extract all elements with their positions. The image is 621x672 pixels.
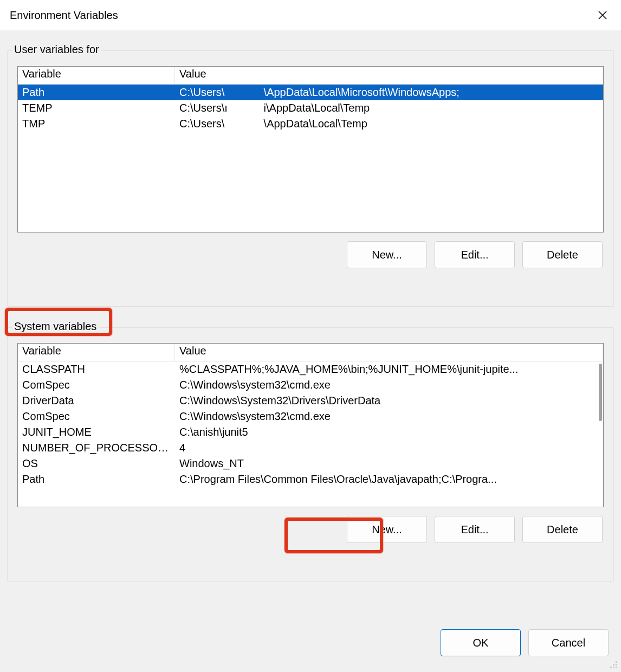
user-row-value: C:\Users\ \AppData\Local\Temp [175, 116, 603, 132]
system-row-value: C:\Windows\System32\Drivers\DriverData [175, 393, 603, 409]
system-row-variable: ComSpec [18, 409, 175, 424]
cancel-button[interactable]: Cancel [528, 629, 609, 656]
resize-grip-icon[interactable] [607, 658, 617, 668]
table-row[interactable]: NUMBER_OF_PROCESSORS4 [18, 440, 603, 456]
system-variables-list[interactable]: Variable Value CLASSPATH%CLASSPATH%;%JAV… [17, 343, 604, 507]
user-row-variable: TMP [18, 116, 175, 132]
system-row-variable: CLASSPATH [18, 361, 175, 377]
user-header-value[interactable]: Value [175, 67, 603, 85]
system-variables-group: System variables Variable Value CLASSPAT… [7, 327, 614, 581]
system-row-value: %CLASSPATH%;%JAVA_HOME%\bin;%JUNIT_HOME%… [175, 361, 603, 377]
system-header-value[interactable]: Value [175, 344, 603, 361]
system-row-value: Windows_NT [175, 456, 603, 471]
table-row[interactable]: CLASSPATH%CLASSPATH%;%JAVA_HOME%\bin;%JU… [18, 361, 603, 377]
system-row-variable: DriverData [18, 393, 175, 409]
user-delete-button[interactable]: Delete [522, 241, 603, 268]
close-icon [598, 10, 607, 20]
user-row-variable: Path [18, 85, 175, 100]
table-row[interactable]: PathC:\Program Files\Common Files\Oracle… [18, 471, 603, 487]
titlebar: Environment Variables [0, 0, 621, 30]
user-variables-legend: User variables for [12, 43, 101, 56]
dialog-buttons-row: OK Cancel [441, 629, 609, 656]
dialog-title: Environment Variables [10, 9, 118, 22]
ok-button[interactable]: OK [441, 629, 521, 656]
system-row-variable: ComSpec [18, 377, 175, 393]
system-header-variable[interactable]: Variable [18, 344, 175, 361]
user-variables-list[interactable]: Variable Value PathC:\Users\ \AppData\Lo… [17, 66, 604, 232]
environment-variables-dialog: Environment Variables User variables for… [0, 0, 621, 672]
user-row-value: C:\Users\ \AppData\Local\Microsoft\Windo… [175, 85, 603, 100]
user-edit-button[interactable]: Edit... [435, 241, 515, 268]
system-row-value: C:\Program Files\Common Files\Oracle\Jav… [175, 471, 603, 487]
system-delete-button[interactable]: Delete [522, 516, 603, 543]
system-row-value: 4 [175, 440, 603, 456]
table-row[interactable]: OSWindows_NT [18, 456, 603, 471]
system-variables-legend: System variables [12, 320, 99, 333]
dialog-body: User variables for Variable Value PathC:… [0, 30, 621, 672]
table-row[interactable]: TEMPC:\Users\ı i\AppData\Local\Temp [18, 100, 603, 116]
table-row[interactable]: ComSpecC:\Windows\system32\cmd.exe [18, 377, 603, 393]
system-buttons-row: New... Edit... Delete [17, 516, 604, 543]
system-new-button[interactable]: New... [347, 516, 427, 543]
user-new-button[interactable]: New... [347, 241, 427, 268]
system-row-value: C:\anish\junit5 [175, 424, 603, 440]
table-row[interactable]: ComSpecC:\Windows\system32\cmd.exe [18, 409, 603, 424]
user-variables-group: User variables for Variable Value PathC:… [7, 50, 614, 307]
system-row-variable: NUMBER_OF_PROCESSORS [18, 440, 175, 456]
table-row[interactable]: PathC:\Users\ \AppData\Local\Microsoft\W… [18, 85, 603, 100]
close-button[interactable] [592, 5, 613, 25]
user-row-value: C:\Users\ı i\AppData\Local\Temp [175, 100, 603, 116]
user-row-variable: TEMP [18, 100, 175, 116]
system-row-variable: JUNIT_HOME [18, 424, 175, 440]
table-row[interactable]: JUNIT_HOMEC:\anish\junit5 [18, 424, 603, 440]
system-row-value: C:\Windows\system32\cmd.exe [175, 377, 603, 393]
system-row-variable: Path [18, 471, 175, 487]
user-buttons-row: New... Edit... Delete [17, 241, 604, 268]
system-edit-button[interactable]: Edit... [435, 516, 515, 543]
system-row-value: C:\Windows\system32\cmd.exe [175, 409, 603, 424]
user-header-variable[interactable]: Variable [18, 67, 175, 85]
system-list-scrollbar[interactable] [599, 364, 602, 421]
table-row[interactable]: DriverDataC:\Windows\System32\Drivers\Dr… [18, 393, 603, 409]
table-row[interactable]: TMPC:\Users\ \AppData\Local\Temp [18, 116, 603, 132]
system-row-variable: OS [18, 456, 175, 471]
